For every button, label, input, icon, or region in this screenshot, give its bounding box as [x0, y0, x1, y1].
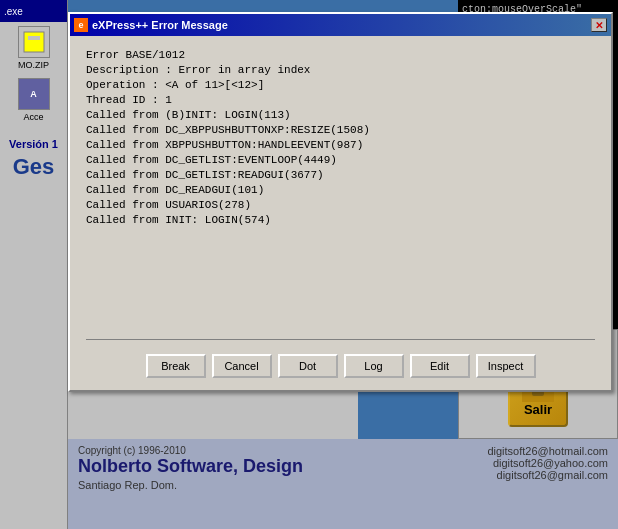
email3: digitsoft26@gmail.com: [487, 469, 608, 481]
dialog-icon: e: [74, 18, 88, 32]
left-panel-items: MO.ZIP A Acce: [0, 22, 67, 134]
error-lines-container: Error BASE/1012Description : Error in ar…: [86, 48, 595, 331]
cancel-button[interactable]: Cancel: [212, 354, 272, 378]
svg-rect-0: [24, 32, 44, 52]
bottom-bar-right: digitsoft26@hotmail.com digitsoft26@yaho…: [487, 445, 608, 481]
email1: digitsoft26@hotmail.com: [487, 445, 608, 457]
error-line: Called from DC_GETLIST:EVENTLOOP(4449): [86, 153, 595, 168]
bottom-bar: Copyright (c) 1996-2010 Nolberto Softwar…: [68, 439, 618, 529]
error-line: Called from DC_XBPPUSHBUTTONXP:RESIZE(15…: [86, 123, 595, 138]
exe-label: .exe: [4, 6, 23, 17]
break-button[interactable]: Break: [146, 354, 206, 378]
error-line: Operation : <A of 11>[<12>]: [86, 78, 595, 93]
error-line: Description : Error in array index: [86, 63, 595, 78]
bottom-bar-row: Copyright (c) 1996-2010 Nolberto Softwar…: [78, 445, 608, 491]
bottom-bar-left: Copyright (c) 1996-2010 Nolberto Softwar…: [78, 445, 487, 491]
dialog-body: Error BASE/1012Description : Error in ar…: [70, 36, 611, 390]
error-line: Thread ID : 1: [86, 93, 595, 108]
separator: [86, 339, 595, 340]
dialog-title: eXPress++ Error Message: [92, 19, 228, 31]
email2: digitsoft26@yahoo.com: [487, 457, 608, 469]
dot-button[interactable]: Dot: [278, 354, 338, 378]
bottom-bar-content: Copyright (c) 1996-2010 Nolberto Softwar…: [68, 439, 618, 497]
mo-zip-label: MO.ZIP: [18, 60, 49, 70]
company-name: Nolberto Software, Design: [78, 456, 487, 477]
ges-label: Ges: [0, 154, 67, 180]
error-line: Called from DC_READGUI(101): [86, 183, 595, 198]
dialog-titlebar: e eXPress++ Error Message ✕: [70, 14, 611, 36]
error-line: Error BASE/1012: [86, 48, 595, 63]
desktop: .exe MO.ZIP A Acce Versión 1 Ges: [0, 0, 618, 529]
left-panel-top: .exe: [0, 0, 67, 22]
city-name: Santiago Rep. Dom.: [78, 479, 487, 491]
edit-button[interactable]: Edit: [410, 354, 470, 378]
mo-zip-item[interactable]: MO.ZIP: [2, 26, 65, 70]
copyright-text: Copyright (c) 1996-2010: [78, 445, 487, 456]
mo-zip-icon: [18, 26, 50, 58]
version-label: Versión 1: [0, 134, 67, 154]
error-dialog: e eXPress++ Error Message ✕ Error BASE/1…: [68, 12, 613, 392]
left-panel: .exe MO.ZIP A Acce Versión 1 Ges: [0, 0, 68, 529]
error-line: Called from DC_GETLIST:READGUI(3677): [86, 168, 595, 183]
dialog-buttons: BreakCancelDotLogEditInspect: [86, 348, 595, 382]
acce-label: Acce: [23, 112, 43, 122]
dialog-title-left: e eXPress++ Error Message: [74, 18, 228, 32]
svg-rect-1: [28, 36, 40, 40]
error-line: Called from INIT: LOGIN(574): [86, 213, 595, 228]
error-line: Called from XBPPUSHBUTTON:HANDLEEVENT(98…: [86, 138, 595, 153]
acce-item[interactable]: A Acce: [2, 78, 65, 122]
acce-icon: A: [18, 78, 50, 110]
error-line: Called from USUARIOS(278): [86, 198, 595, 213]
log-button[interactable]: Log: [344, 354, 404, 378]
dialog-close-button[interactable]: ✕: [591, 18, 607, 32]
inspect-button[interactable]: Inspect: [476, 354, 536, 378]
salir-label: Salir: [524, 402, 552, 417]
error-line: Called from (B)INIT: LOGIN(113): [86, 108, 595, 123]
